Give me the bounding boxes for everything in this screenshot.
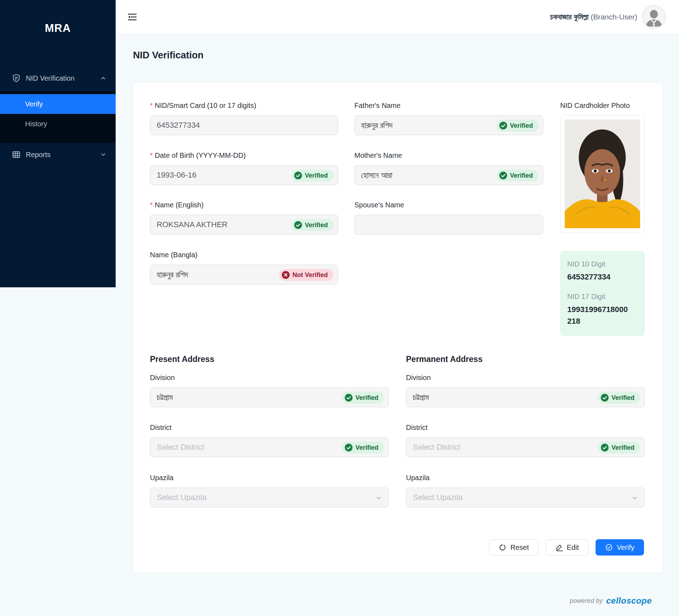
chevron-down-icon <box>100 151 106 158</box>
nid10-value: 6453277334 <box>567 271 631 283</box>
table-icon <box>12 150 21 159</box>
field-name-english: *Name (English) ROKSANA AKTHER Verified <box>150 201 338 235</box>
chevron-down-icon <box>375 494 383 502</box>
permanent-division-input[interactable]: চট্টগ্রাম Verified <box>406 387 645 407</box>
verified-badge: Verified <box>497 120 539 132</box>
edit-button[interactable]: Edit <box>546 539 588 555</box>
nid17-value: 19931996718000218 <box>567 304 631 327</box>
page-title: NID Verification <box>133 50 204 61</box>
sidebar-item-label: Verify <box>25 100 43 108</box>
field-nid-number: *NID/Smart Card (10 or 17 digits) 645327… <box>150 102 338 135</box>
chevron-down-icon <box>631 494 639 502</box>
field-present-district: District Select District Verified <box>150 424 389 457</box>
reset-button[interactable]: Reset <box>489 539 538 555</box>
app-logo: MRA <box>0 22 116 35</box>
footer: powered by celloscope <box>570 596 652 606</box>
check-circle-icon <box>601 394 609 402</box>
check-circle-icon <box>605 543 613 551</box>
nid10-label: NID 10 Digit <box>567 260 645 268</box>
top-bar: চকবাজার কুমিল্লা(Branch-User) <box>116 0 679 34</box>
sidebar-item-verify[interactable]: Verify <box>0 94 116 114</box>
sidebar-item-reports[interactable]: Reports <box>0 145 116 165</box>
check-circle-icon <box>345 394 353 402</box>
present-division-input[interactable]: চট্টগ্রাম Verified <box>150 387 389 407</box>
date-of-birth-input[interactable]: 1993-06-16 Verified <box>150 165 338 185</box>
field-label: *Name (English) <box>150 201 338 209</box>
sidebar-item-history[interactable]: History <box>0 114 116 134</box>
powered-by-text: powered by <box>570 597 603 605</box>
field-father-name: Father's Name হারুনুর রশিদ Verified <box>354 102 543 135</box>
name-english-input[interactable]: ROKSANA AKTHER Verified <box>150 215 338 235</box>
verified-badge: Verified <box>598 392 640 404</box>
check-circle-icon <box>345 444 353 451</box>
user-name: চকবাজার কুমিল্লা(Branch-User) <box>550 12 637 22</box>
sidebar-submenu: Verify History <box>0 91 116 143</box>
present-address-title: Present Address <box>150 355 214 364</box>
field-date-of-birth: *Date of Birth (YYYY-MM-DD) 1993-06-16 V… <box>150 151 338 185</box>
field-present-division: Division চট্টগ্রাম Verified <box>150 374 389 407</box>
check-circle-icon <box>294 221 302 229</box>
present-district-select[interactable]: Select District Verified <box>150 437 389 457</box>
required-asterisk: * <box>150 201 153 209</box>
field-label: Division <box>150 374 389 382</box>
required-asterisk: * <box>150 151 153 159</box>
cardholder-photo <box>560 115 645 233</box>
reload-icon <box>499 543 506 551</box>
check-circle-icon <box>294 172 302 179</box>
field-label: Name (Bangla) <box>150 251 338 259</box>
field-label: Upazila <box>150 474 389 482</box>
field-label: Upazila <box>406 474 645 482</box>
check-circle-icon <box>499 172 507 179</box>
sidebar-item-label: NID Verification <box>26 74 75 82</box>
father-name-input[interactable]: হারুনুর রশিদ Verified <box>354 115 543 135</box>
field-spouse-name: Spouse's Name <box>354 201 543 235</box>
permanent-district-select[interactable]: Select District Verified <box>406 437 645 457</box>
sidebar-item-label: History <box>25 120 47 128</box>
field-label: District <box>406 424 645 432</box>
field-name-bangla: Name (Bangla) হারুনুর রশিদ Not Verified <box>150 251 338 284</box>
field-permanent-upazila: Upazila Select Upazila <box>406 474 645 507</box>
field-permanent-division: Division চট্টগ্রাম Verified <box>406 374 645 407</box>
verified-badge: Verified <box>342 442 384 454</box>
avatar[interactable] <box>643 6 665 28</box>
field-label: Division <box>406 374 645 382</box>
sidebar: MRA NID Verification Verify History Repo… <box>0 0 116 287</box>
field-label: Mother's Name <box>354 151 543 160</box>
check-circle-icon <box>499 122 507 129</box>
nid-summary-panel: NID 10 Digit 6453277334 NID 17 Digit 199… <box>560 251 645 336</box>
verified-badge: Verified <box>291 169 333 182</box>
name-bangla-input[interactable]: হারুনুর রশিদ Not Verified <box>150 265 338 284</box>
photo-label: NID Cardholder Photo <box>560 102 645 110</box>
field-label: Spouse's Name <box>354 201 543 209</box>
field-label: *Date of Birth (YYYY-MM-DD) <box>150 151 338 160</box>
permanent-address-title: Permanent Address <box>406 355 482 364</box>
celloscope-logo: celloscope <box>606 596 652 606</box>
verified-badge: Verified <box>497 169 539 182</box>
portrait-image <box>565 120 640 228</box>
nid-number-input[interactable]: 6453277334 <box>150 115 338 135</box>
verify-button[interactable]: Verify <box>596 539 644 555</box>
spouse-name-input[interactable] <box>354 215 543 235</box>
present-upazila-select[interactable]: Select Upazila <box>150 488 389 507</box>
x-circle-icon <box>282 271 290 279</box>
chevron-up-icon <box>100 75 106 81</box>
mother-name-input[interactable]: হোসনে আরা Verified <box>354 165 543 185</box>
required-asterisk: * <box>150 102 153 109</box>
menu-fold-icon[interactable] <box>127 12 138 22</box>
sidebar-item-label: Reports <box>26 151 51 159</box>
field-present-upazila: Upazila Select Upazila <box>150 474 389 507</box>
sidebar-item-nid-verification[interactable]: NID Verification <box>0 68 116 88</box>
edit-pen-icon <box>555 543 563 551</box>
field-cardholder-photo: NID Cardholder Photo <box>560 102 645 115</box>
not-verified-badge: Not Verified <box>279 269 333 281</box>
field-mother-name: Mother's Name হোসনে আরা Verified <box>354 151 543 185</box>
field-label: *NID/Smart Card (10 or 17 digits) <box>150 102 338 110</box>
permanent-upazila-select[interactable]: Select Upazila <box>406 488 645 507</box>
user-menu[interactable]: চকবাজার কুমিল্লা(Branch-User) <box>550 0 665 34</box>
nid17-label: NID 17 Digit <box>567 293 645 301</box>
nid-verification-card: *NID/Smart Card (10 or 17 digits) 645327… <box>133 82 663 573</box>
verified-badge: Verified <box>598 442 640 454</box>
verified-badge: Verified <box>291 219 333 231</box>
field-label: District <box>150 424 389 432</box>
field-permanent-district: District Select District Verified <box>406 424 645 457</box>
